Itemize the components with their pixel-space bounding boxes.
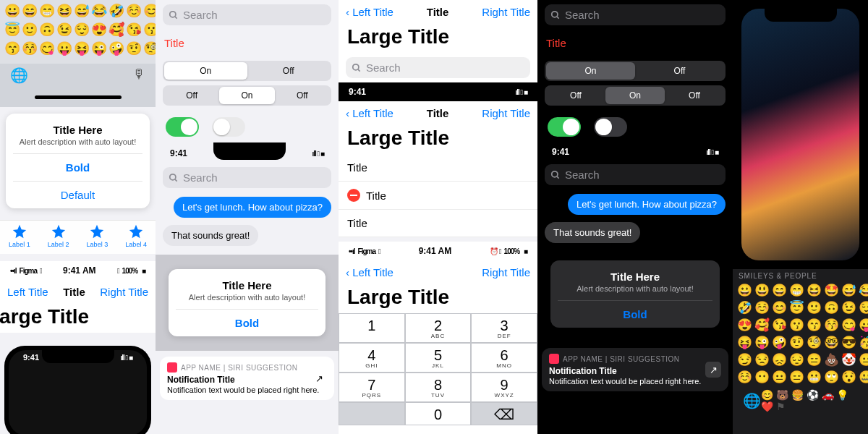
emoji[interactable]: 😇 (4, 22, 20, 38)
globe-icon[interactable]: 🌐 (10, 67, 28, 84)
emoji[interactable]: 🙃 (39, 22, 55, 38)
emoji[interactable]: 😅 (74, 3, 90, 19)
toggle-off[interactable] (594, 117, 627, 137)
nav-right[interactable]: Right Title (482, 266, 530, 278)
emoji[interactable]: 😁 (39, 3, 55, 19)
nav-left[interactable]: ‹ Left Title (346, 266, 393, 278)
emoji[interactable]: 💩 (824, 352, 839, 367)
segment-on[interactable]: On (546, 62, 635, 80)
emoji-grid-dark[interactable]: 😀😃😄😁😆🤩😅😂🤣☺️😊😇🙂🙃😉😌😍🥰😘😗😙😚😋😛😝😜🤪🤨🧐🤓😎🥳😏😒😞😔😑💩🤡… (733, 280, 868, 388)
tab-1[interactable]: Label 1 (9, 224, 30, 248)
emoji[interactable]: 😛 (859, 318, 868, 333)
emoji[interactable]: 🤣 (109, 3, 124, 19)
emoji[interactable]: 😜 (754, 335, 770, 350)
key-7[interactable]: 7PQRS (339, 373, 405, 402)
emoji[interactable]: 🤪 (772, 335, 787, 350)
segmented-2-dark[interactable]: On Off (545, 61, 726, 81)
segment-b[interactable]: On (605, 87, 665, 104)
key-2[interactable]: 2ABC (405, 313, 472, 343)
emoji[interactable]: 😃 (754, 283, 770, 298)
key-9[interactable]: 9WXYZ (471, 373, 537, 402)
emoji[interactable]: 😀 (737, 283, 752, 298)
toggle-off[interactable] (212, 117, 245, 137)
list-row-3[interactable]: Title (339, 210, 537, 237)
emoji[interactable]: 😯 (841, 370, 856, 385)
notification-dark[interactable]: APP NAME | SIRI SUGGESTION Notification … (542, 348, 728, 391)
emoji[interactable]: 😐 (859, 352, 868, 367)
emoji[interactable]: 😂 (859, 283, 868, 298)
emoji[interactable]: 😄 (22, 3, 38, 19)
emoji[interactable]: 🙃 (824, 300, 839, 315)
emoji[interactable]: ☺️ (126, 3, 142, 19)
emoji[interactable]: 😌 (859, 300, 868, 315)
emoji[interactable]: 😘 (126, 22, 142, 38)
search-field-2[interactable]: Search (163, 167, 331, 188)
emoji[interactable]: 🤓 (824, 335, 839, 350)
globe-icon[interactable]: 🌐 (743, 392, 761, 409)
emoji[interactable]: 😘 (772, 318, 787, 333)
emoji[interactable]: 🧐 (807, 335, 822, 350)
emoji[interactable]: 😎 (841, 335, 856, 350)
emoji[interactable]: 🙂 (807, 300, 822, 315)
emoji[interactable]: 😜 (91, 41, 107, 56)
alert-default-button[interactable]: Default (13, 181, 142, 208)
emoji[interactable]: 🙂 (22, 22, 38, 38)
emoji[interactable]: 😞 (772, 352, 787, 367)
emoji[interactable]: 😋 (841, 318, 856, 333)
emoji[interactable]: 😆 (807, 283, 822, 298)
emoji[interactable]: 😊 (772, 300, 787, 315)
emoji[interactable]: 😍 (737, 318, 752, 333)
emoji[interactable]: ☺️ (737, 370, 752, 385)
emoji[interactable]: 🤨 (126, 41, 142, 56)
list-row-2[interactable]: Title (339, 182, 537, 210)
alert-bold-button[interactable]: Bold (13, 153, 142, 181)
emoji[interactable]: 😆 (56, 3, 72, 19)
message-incoming[interactable]: That sounds great! (163, 225, 258, 246)
home-indicator[interactable] (35, 95, 122, 99)
nav-right[interactable]: Right Title (100, 286, 148, 298)
emoji[interactable]: 😝 (737, 335, 752, 350)
segment-a[interactable]: Off (164, 87, 219, 104)
key-4[interactable]: 4GHI (339, 343, 405, 373)
emoji[interactable]: 😉 (841, 300, 856, 315)
emoji[interactable]: 😍 (91, 22, 107, 38)
message-outgoing-dark[interactable]: Let's get lunch. How about pizza? (568, 194, 726, 215)
segment-c[interactable]: Off (665, 87, 724, 104)
open-icon[interactable]: ↗ (311, 370, 327, 386)
key-1[interactable]: 1 (339, 313, 405, 343)
emoji[interactable]: 🤣 (737, 300, 752, 315)
search-field[interactable]: Search (163, 4, 331, 25)
emoji[interactable]: 😇 (789, 300, 804, 315)
segmented-3-light[interactable]: Off On Off (163, 85, 331, 106)
toggle-on[interactable] (548, 117, 581, 137)
key-5[interactable]: 5JKL (405, 343, 472, 373)
emoji[interactable]: 🥳 (859, 335, 868, 350)
emoji[interactable]: 😋 (39, 41, 55, 56)
emoji[interactable]: 😔 (789, 352, 804, 367)
category-icons[interactable]: 😊 🐻 🍔 ⚽ 🚗 💡 ❤️ ⚑ (761, 389, 858, 412)
search-field-dark[interactable]: Search (545, 4, 726, 25)
emoji[interactable]: 😏 (737, 352, 752, 367)
emoji[interactable]: 🤐 (859, 370, 868, 385)
search-field-3[interactable]: Search (346, 57, 530, 78)
emoji[interactable]: 🤪 (109, 41, 124, 56)
emoji[interactable]: ☺️ (754, 300, 770, 315)
emoji[interactable]: 😌 (74, 22, 90, 38)
emoji[interactable]: 😝 (74, 41, 90, 56)
emoji[interactable]: 😂 (91, 3, 107, 19)
segmented-2-light[interactable]: On Off (163, 61, 331, 81)
alert-bold-button[interactable]: Bold (558, 300, 712, 328)
emoji[interactable]: 😅 (841, 283, 856, 298)
segment-off[interactable]: Off (635, 62, 724, 80)
emoji[interactable]: 😐 (772, 370, 787, 385)
emoji[interactable]: 😶 (754, 370, 770, 385)
nav-left[interactable]: Left Title (7, 286, 48, 298)
emoji[interactable]: 😙 (807, 318, 822, 333)
emoji[interactable]: 🤨 (789, 335, 804, 350)
emoji[interactable]: 🤡 (841, 352, 856, 367)
segment-c[interactable]: Off (275, 87, 330, 104)
emoji[interactable]: 😁 (789, 283, 804, 298)
emoji-grid-light[interactable]: 😀😄😁😆😅😂🤣☺️😊😇🙂🙃😉😌😍🥰😘😗😙😚😋😛😝😜🤪🤨🧐 (0, 0, 156, 64)
toggle-on[interactable] (166, 117, 199, 137)
nav-right[interactable]: Right Title (482, 107, 530, 119)
